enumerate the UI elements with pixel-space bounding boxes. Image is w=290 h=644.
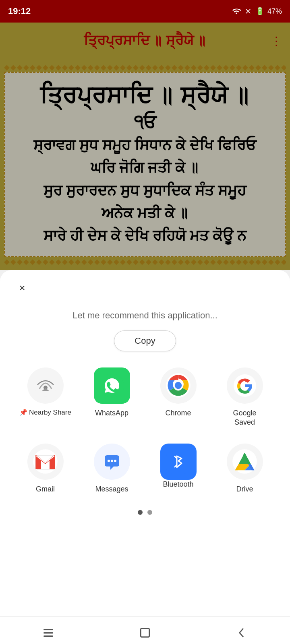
app-nearby-share[interactable]: 📌 Nearby Share: [19, 367, 72, 427]
drive-icon-wrapper: [227, 444, 263, 480]
whatsapp-icon: [100, 374, 124, 398]
app-header: ਤ੍ਰਿਪ੍ਰਸਾਦਿ ॥ ਸ੍ਰੈਯੇ ॥ ⋮: [0, 23, 290, 59]
google-saved-label: GoogleSaved: [233, 409, 256, 427]
messages-icon-wrapper: [94, 444, 130, 480]
pagination-dots: [12, 510, 278, 515]
share-sheet: × Let me recommend this application... C…: [0, 270, 290, 616]
svg-point-12: [111, 460, 113, 462]
status-bar: 19:12 🔋 47%: [0, 0, 290, 23]
scripture-line1: ੧ਓ: [13, 112, 277, 133]
menu-dots-button[interactable]: ⋮: [271, 34, 282, 47]
google-icon: [233, 374, 257, 398]
hamburger-icon: [42, 626, 55, 639]
nearby-share-icon-wrapper: [27, 367, 64, 404]
bluetooth-label: Bluetooth: [163, 480, 193, 489]
bluetooth-icon-wrapper: [160, 444, 197, 480]
app-chrome[interactable]: Chrome: [152, 367, 205, 427]
app-messages[interactable]: Messages: [86, 444, 138, 494]
nearby-share-icon: [33, 374, 58, 398]
svg-point-6: [175, 382, 182, 389]
apps-row-1: 📌 Nearby Share WhatsApp: [12, 367, 278, 427]
close-button[interactable]: ×: [12, 278, 32, 298]
svg-rect-21: [141, 628, 149, 637]
nav-back-button[interactable]: [230, 625, 254, 641]
scripture-line3: ਘਰਿ ਜੋਗਿ ਜਤੀ ਕੇ ॥: [13, 158, 277, 178]
scripture-line6: ਸਾਰੇ ਹੀ ਦੇਸ ਕੇ ਦੇਖਿ ਰਹਿਯੋ ਮਤ ਕੋਊ ਨ: [13, 226, 277, 246]
whatsapp-label: WhatsApp: [95, 409, 128, 418]
dot-2: [147, 510, 152, 515]
home-icon: [139, 626, 151, 639]
battery-icon: 🔋: [255, 7, 264, 16]
chrome-label: Chrome: [165, 409, 191, 418]
dot-1: [138, 510, 143, 515]
nearby-share-label: 📌 Nearby Share: [19, 409, 71, 417]
google-saved-icon-wrapper: [227, 367, 263, 404]
svg-point-13: [114, 460, 116, 462]
svg-rect-19: [44, 632, 53, 633]
gmail-label: Gmail: [36, 485, 55, 494]
scripture-line2: ਸ੍ਰਾਵਗ ਸੁਧ ਸਮੂਹ ਸਿਧਾਨ ਕੇ ਦੇਖਿ ਫਿਰਿਓ: [13, 135, 277, 155]
scripture-line5: ਅਨੇਕ ਮਤੀ ਕੇ ॥: [13, 203, 277, 223]
apps-row-2: Gmail Messages: [12, 444, 278, 494]
app-bluetooth[interactable]: Bluetooth: [152, 444, 205, 494]
status-icons: 🔋 47%: [232, 7, 282, 16]
messages-icon: [100, 450, 124, 474]
app-gmail[interactable]: Gmail: [19, 444, 72, 494]
share-message: Let me recommend this application...: [12, 310, 278, 321]
gmail-icon: [32, 448, 58, 475]
scripture-content: ਤ੍ਰਿਪ੍ਰਸਾਦਿ ॥ ਸ੍ਰੈਯੇ ॥ ੧ਓ ਸ੍ਰਾਵਗ ਸੁਧ ਸਮੂ…: [4, 72, 286, 257]
nav-bar: [0, 616, 290, 644]
app-drive[interactable]: Drive: [219, 444, 271, 494]
app-whatsapp[interactable]: WhatsApp: [86, 367, 138, 427]
chrome-icon: [165, 372, 191, 398]
bluetooth-icon: [166, 450, 191, 474]
diamond-border-bottom: ◆◆◆◆◆◆◆◆◆◆◆◆◆◆◆◆◆◆◆◆◆◆◆◆◆◆◆◆◆◆◆◆◆◆◆◆◆◆◆◆…: [4, 257, 286, 266]
x-icon: [244, 7, 252, 15]
status-time: 19:12: [8, 6, 31, 17]
whatsapp-icon-wrapper: [94, 367, 130, 404]
copy-button[interactable]: Copy: [114, 330, 176, 351]
scripture-main-title: ਤ੍ਰਿਪ੍ਰਸਾਦਿ ॥ ਸ੍ਰੈਯੇ ॥: [13, 83, 277, 108]
svg-rect-20: [44, 635, 53, 636]
back-icon: [235, 626, 248, 639]
battery-percent: 47%: [267, 7, 282, 16]
chrome-icon-wrapper: [160, 367, 197, 404]
svg-rect-18: [44, 629, 53, 630]
nav-menu-button[interactable]: [36, 625, 60, 641]
scripture-line4: ਸੁਰ ਸੁਰਾਰਦਨ ਸੁਧ ਸੁਧਾਦਿਕ ਸੰਤ ਸਮੂਹ: [13, 181, 277, 201]
messages-label: Messages: [95, 485, 128, 494]
app-google-saved[interactable]: GoogleSaved: [219, 367, 271, 427]
drive-label: Drive: [236, 485, 253, 494]
gmail-icon-wrapper: [27, 444, 64, 480]
diamond-border: ◆◆◆◆◆◆◆◆◆◆◆◆◆◆◆◆◆◆◆◆◆◆◆◆◆◆◆◆◆◆◆◆◆◆◆◆◆◆◆◆…: [4, 63, 286, 72]
nav-home-button[interactable]: [133, 625, 157, 641]
wifi-icon: [232, 7, 241, 16]
drive-icon: [232, 448, 258, 475]
svg-point-11: [108, 460, 110, 462]
svg-rect-14: [166, 450, 191, 474]
app-title: ਤ੍ਰਿਪ੍ਰਸਾਦਿ ॥ ਸ੍ਰੈਯੇ ॥: [84, 33, 207, 49]
scripture-area: ◆◆◆◆◆◆◆◆◆◆◆◆◆◆◆◆◆◆◆◆◆◆◆◆◆◆◆◆◆◆◆◆◆◆◆◆◆◆◆◆…: [0, 59, 290, 270]
